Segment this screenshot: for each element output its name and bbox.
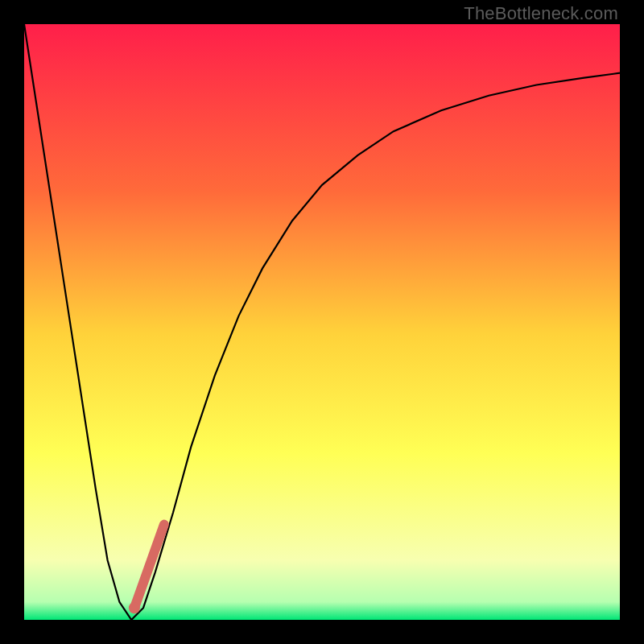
plot-area (24, 24, 620, 620)
gradient-background (24, 24, 620, 620)
watermark-text: TheBottleneck.com (464, 3, 618, 24)
minimum-marker (129, 602, 140, 613)
chart-frame: TheBottleneck.com (0, 0, 644, 644)
chart-svg (24, 24, 620, 620)
